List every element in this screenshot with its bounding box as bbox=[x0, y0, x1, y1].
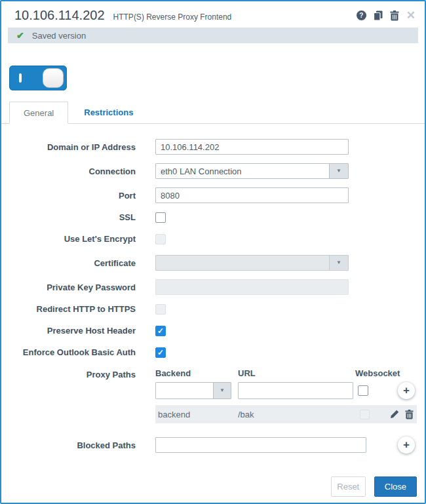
lets-encrypt-label: Use Let's Encrypt bbox=[9, 234, 136, 244]
row-enforce-outlook-basic-auth: Enforce Outlook Basic Auth bbox=[9, 347, 417, 358]
proxy-path-backend-select[interactable]: ▼ bbox=[155, 382, 231, 399]
tab-bar: General Restrictions bbox=[1, 102, 425, 124]
row-proxy-paths: Proxy Paths Backend URL Websocket ▼ + bbox=[9, 368, 417, 423]
tab-restrictions[interactable]: Restrictions bbox=[70, 101, 147, 123]
redirect-https-label: Redirect HTTP to HTTPS bbox=[9, 304, 136, 314]
row-ssl: SSL bbox=[9, 212, 417, 223]
proxy-paths-column-headers: Backend URL Websocket bbox=[155, 368, 417, 378]
row-connection: Connection eth0 LAN Connection ▼ bbox=[9, 163, 417, 179]
blocked-paths-label: Blocked Paths bbox=[9, 440, 136, 450]
row-lets-encrypt: Use Let's Encrypt bbox=[9, 233, 417, 244]
success-check-icon: ✔ bbox=[16, 30, 24, 41]
column-header-url: URL bbox=[238, 368, 355, 378]
trash-icon[interactable] bbox=[405, 410, 414, 419]
port-input[interactable] bbox=[155, 187, 349, 203]
dialog-title: 10.106.114.202 bbox=[14, 8, 105, 23]
tab-general[interactable]: General bbox=[9, 102, 68, 124]
copy-icon[interactable] bbox=[374, 10, 383, 21]
proxy-path-websocket-checkbox[interactable] bbox=[358, 385, 368, 396]
connection-selected-value: eth0 LAN Connection bbox=[156, 164, 329, 178]
row-preserve-host-header: Preserve Host Header bbox=[9, 325, 417, 336]
port-label: Port bbox=[9, 191, 136, 201]
redirect-https-checkbox bbox=[155, 304, 166, 315]
ssl-label: SSL bbox=[9, 212, 136, 222]
blocked-paths-input[interactable] bbox=[155, 437, 366, 453]
proxy-paths-new-row: ▼ + bbox=[155, 382, 417, 399]
help-icon[interactable]: ? bbox=[357, 10, 366, 20]
row-private-key-password: Private Key Password bbox=[9, 279, 417, 295]
dialog-header: 10.106.114.202 HTTP(S) Reverse Proxy Fro… bbox=[1, 1, 425, 26]
preserve-host-header-checkbox[interactable] bbox=[155, 326, 166, 336]
connection-select[interactable]: eth0 LAN Connection ▼ bbox=[155, 163, 349, 179]
row-domain: Domain or IP Address bbox=[9, 139, 417, 155]
column-header-backend: Backend bbox=[155, 368, 238, 378]
preserve-host-header-label: Preserve Host Header bbox=[9, 326, 136, 336]
add-blocked-path-button[interactable]: + bbox=[398, 436, 415, 454]
reverse-proxy-frontend-dialog: 10.106.114.202 HTTP(S) Reverse Proxy Fro… bbox=[0, 0, 426, 504]
proxy-path-url-cell: /bak bbox=[238, 410, 360, 419]
certificate-select: ▼ bbox=[155, 255, 349, 271]
private-key-password-label: Private Key Password bbox=[9, 282, 136, 292]
row-redirect-https: Redirect HTTP to HTTPS bbox=[9, 303, 417, 315]
edit-icon[interactable] bbox=[390, 410, 399, 419]
proxy-paths-label: Proxy Paths bbox=[9, 368, 136, 379]
private-key-password-input bbox=[155, 279, 349, 295]
add-proxy-path-button[interactable]: + bbox=[398, 382, 415, 399]
ssl-checkbox[interactable] bbox=[155, 212, 166, 223]
row-certificate: Certificate ▼ bbox=[9, 255, 417, 271]
chevron-down-icon[interactable]: ▼ bbox=[329, 164, 348, 178]
general-form: Domain or IP Address Connection eth0 LAN… bbox=[1, 124, 425, 454]
saved-version-text: Saved version bbox=[32, 31, 86, 41]
dialog-subtitle: HTTP(S) Reverse Proxy Frontend bbox=[113, 12, 232, 22]
connection-label: Connection bbox=[9, 166, 136, 176]
domain-label: Domain or IP Address bbox=[9, 142, 136, 152]
lets-encrypt-checkbox bbox=[155, 234, 166, 244]
reset-button[interactable]: Reset bbox=[331, 476, 366, 497]
certificate-selected-value bbox=[156, 256, 329, 270]
certificate-label: Certificate bbox=[9, 258, 136, 268]
proxy-path-backend-cell: backend bbox=[155, 410, 238, 419]
enforce-outlook-basic-auth-checkbox[interactable] bbox=[155, 347, 166, 358]
proxy-path-url-input[interactable] bbox=[238, 382, 353, 399]
row-blocked-paths: Blocked Paths + bbox=[9, 436, 417, 454]
column-header-websocket: Websocket bbox=[355, 368, 400, 378]
proxy-path-websocket-cell-checkbox bbox=[360, 410, 370, 419]
enforce-outlook-basic-auth-label: Enforce Outlook Basic Auth bbox=[9, 347, 136, 357]
toggle-knob[interactable] bbox=[43, 68, 64, 88]
proxy-path-row: backend /bak bbox=[155, 405, 417, 423]
saved-version-banner: ✔ Saved version bbox=[8, 28, 418, 43]
toggle-on-mark bbox=[19, 73, 22, 83]
enabled-toggle[interactable] bbox=[9, 66, 67, 90]
chevron-down-icon[interactable]: ▼ bbox=[213, 383, 231, 398]
dialog-footer: Reset Close bbox=[331, 476, 417, 497]
chevron-down-icon: ▼ bbox=[329, 256, 348, 270]
domain-input[interactable] bbox=[155, 139, 349, 155]
close-button[interactable]: Close bbox=[374, 476, 417, 497]
row-port: Port bbox=[9, 187, 417, 203]
delete-icon[interactable] bbox=[390, 10, 399, 21]
close-icon[interactable]: ✕ bbox=[406, 10, 416, 20]
header-icons: ? ✕ bbox=[357, 10, 416, 21]
proxy-path-backend-value bbox=[156, 383, 213, 398]
